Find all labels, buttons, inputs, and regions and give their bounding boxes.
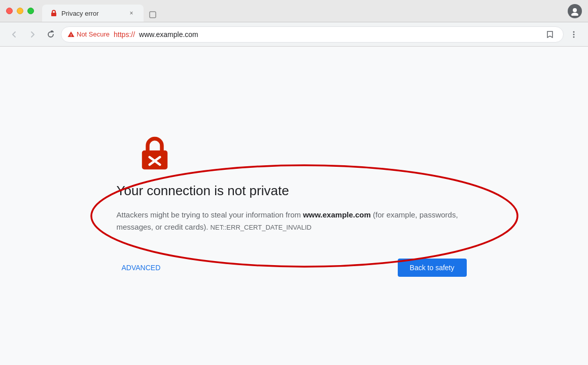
error-code: NET::ERR_CERT_DATE_INVALID xyxy=(211,224,312,231)
back-button[interactable] xyxy=(6,26,22,43)
browser-menu-button[interactable] xyxy=(566,26,582,43)
address-bar-icons xyxy=(543,27,557,42)
title-bar: Privacy error × xyxy=(0,0,588,22)
reload-button[interactable] xyxy=(43,26,59,43)
reload-icon xyxy=(46,30,55,39)
minimize-window-button[interactable] xyxy=(17,8,23,14)
traffic-lights xyxy=(6,8,34,14)
svg-point-5 xyxy=(573,31,575,32)
text-with-ellipse: Your connection is not private Attackers… xyxy=(117,183,472,233)
forward-button[interactable] xyxy=(24,26,41,43)
svg-text:!: ! xyxy=(71,33,72,38)
error-lock-icon xyxy=(137,135,172,171)
svg-point-6 xyxy=(573,33,575,35)
new-tab-icon xyxy=(149,11,156,18)
svg-point-3 xyxy=(571,13,578,16)
svg-point-2 xyxy=(573,8,577,12)
description-domain: www.example.com xyxy=(303,210,371,219)
error-description: Attackers might be trying to steal your … xyxy=(117,209,472,233)
svg-rect-1 xyxy=(150,12,156,18)
not-secure-badge: ! Not Secure xyxy=(67,30,110,38)
new-tab-button[interactable] xyxy=(146,8,160,22)
tab-area: Privacy error × xyxy=(42,0,564,22)
address-bar[interactable]: ! Not Secure https://www.example.com xyxy=(61,26,564,43)
tab-favicon-icon xyxy=(50,10,57,17)
maximize-window-button[interactable] xyxy=(27,8,34,14)
error-container: Your connection is not private Attackers… xyxy=(117,135,472,277)
forward-icon xyxy=(28,30,37,39)
menu-icon xyxy=(569,30,578,39)
svg-point-7 xyxy=(573,36,575,38)
svg-rect-0 xyxy=(51,13,56,16)
url-prefix: https:// xyxy=(114,30,135,39)
tab-title: Privacy error xyxy=(61,10,123,17)
active-tab[interactable]: Privacy error × xyxy=(42,5,144,22)
description-text: Attackers might be trying to steal your … xyxy=(117,210,303,219)
close-window-button[interactable] xyxy=(6,8,13,14)
error-heading: Your connection is not private xyxy=(117,183,472,199)
back-to-safety-button[interactable]: Back to safety xyxy=(398,259,467,277)
url-domain: www.example.com xyxy=(139,30,198,39)
advanced-button[interactable]: ADVANCED xyxy=(122,264,161,272)
not-secure-label: Not Secure xyxy=(77,30,110,38)
tab-close-button[interactable]: × xyxy=(127,9,135,17)
page-content: Your connection is not private Attackers… xyxy=(0,47,588,365)
navigation-bar: ! Not Secure https://www.example.com xyxy=(0,22,588,47)
profile-avatar[interactable] xyxy=(568,4,582,18)
actions-bar: ADVANCED Back to safety xyxy=(117,259,472,277)
bookmark-button[interactable] xyxy=(543,27,557,42)
warning-icon: ! xyxy=(67,31,75,38)
bookmark-icon xyxy=(546,30,554,39)
browser-window: Privacy error × xyxy=(0,0,588,365)
back-icon xyxy=(10,30,19,39)
lock-icon-wrapper xyxy=(137,135,172,173)
profile-icon xyxy=(570,7,579,16)
